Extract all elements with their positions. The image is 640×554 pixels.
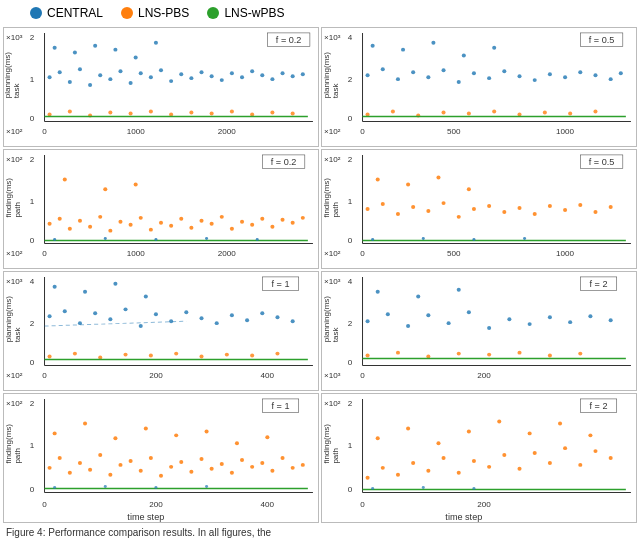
svg-point-79 [502,69,506,73]
svg-text:0: 0 [42,371,47,380]
svg-point-252 [507,317,511,321]
svg-point-250 [467,310,471,314]
svg-point-204 [93,311,97,315]
svg-point-47 [108,111,112,115]
svg-point-231 [275,352,279,356]
svg-point-337 [442,456,446,460]
svg-point-185 [371,238,374,241]
svg-point-260 [457,288,461,292]
ylabel-ml-path: pathfinding(ms) [4,424,22,464]
svg-point-43 [154,41,158,45]
svg-point-180 [376,178,380,182]
svg-text:0: 0 [360,500,365,509]
svg-point-131 [199,219,203,223]
svg-text:4: 4 [348,33,353,42]
svg-point-128 [169,224,173,228]
svg-point-283 [58,456,62,460]
chart-mr-task: ×10³ 4 2 0 ×10³ 0 200 f = 2 [321,271,637,391]
svg-point-48 [129,112,133,116]
ylabel-br-path: pathfinding(ms) [322,178,340,218]
svg-point-319 [154,486,157,489]
svg-point-212 [215,321,219,325]
svg-point-248 [426,313,430,317]
svg-point-336 [426,469,430,473]
svg-point-118 [68,227,72,231]
svg-point-16 [88,83,92,87]
svg-point-53 [230,110,234,114]
svg-point-213 [230,313,234,317]
svg-point-202 [63,309,67,313]
svg-text:0: 0 [42,249,47,258]
svg-point-12 [48,75,52,79]
svg-text:0: 0 [348,237,353,246]
svg-text:0: 0 [30,237,35,246]
legend-item-central: CENTRAL [30,6,103,20]
svg-point-164 [381,202,385,206]
svg-point-181 [406,182,410,186]
svg-point-77 [472,71,476,75]
svg-point-33 [260,73,264,77]
svg-point-287 [98,453,102,457]
svg-point-312 [174,433,178,437]
svg-point-334 [396,473,400,477]
svg-text:0: 0 [348,486,353,495]
svg-point-137 [260,217,264,221]
svg-point-186 [422,237,425,240]
svg-text:0: 0 [360,249,365,258]
svg-text:1: 1 [30,441,35,450]
svg-point-179 [609,205,613,209]
svg-point-343 [533,451,537,455]
svg-text:2: 2 [348,399,353,408]
svg-point-245 [366,319,370,323]
svg-point-15 [78,67,82,71]
svg-point-219 [83,290,87,294]
svg-text:4: 4 [348,277,353,286]
svg-point-135 [240,220,244,224]
svg-text:2000: 2000 [218,249,237,258]
svg-point-174 [533,212,537,216]
svg-point-17 [98,73,102,77]
svg-point-122 [108,229,112,233]
svg-point-293 [159,474,163,478]
svg-point-315 [265,435,269,439]
ylabel-bl-path: pathfinding(ms) [4,178,22,218]
svg-point-133 [220,215,224,219]
svg-point-292 [149,456,153,460]
svg-point-41 [113,48,117,52]
svg-point-217 [291,319,295,323]
legend-item-lns-pbs: LNS-PBS [121,6,189,20]
svg-text:1: 1 [348,197,353,206]
svg-point-303 [260,461,264,465]
lns-wpbs-label: LNS-wPBS [224,6,284,20]
svg-point-96 [442,111,446,115]
svg-point-295 [179,460,183,464]
svg-point-120 [88,225,92,229]
svg-point-127 [159,221,163,225]
chart-br-path: ×10² 2 1 0 ×10² 0 500 1000 f = 0.5 [321,149,637,269]
svg-point-130 [189,226,193,230]
svg-text:1000: 1000 [556,127,575,136]
svg-point-282 [48,466,52,470]
svg-point-166 [411,205,415,209]
svg-point-308 [53,431,57,435]
svg-point-36 [291,74,295,78]
svg-text:×10²: ×10² [324,127,341,136]
svg-text:f = 2: f = 2 [590,279,608,289]
svg-text:2: 2 [348,319,353,328]
svg-point-208 [154,312,158,316]
svg-point-265 [487,353,491,357]
svg-point-211 [199,316,203,320]
svg-point-227 [174,352,178,356]
svg-point-201 [48,314,52,318]
svg-point-309 [83,422,87,426]
central-label: CENTRAL [47,6,103,20]
svg-point-320 [205,485,208,488]
svg-point-80 [517,74,521,78]
svg-point-30 [230,71,234,75]
svg-point-76 [457,80,461,84]
svg-text:2: 2 [30,155,35,164]
svg-text:f = 0.2: f = 0.2 [271,157,297,167]
svg-text:2: 2 [348,75,353,84]
svg-text:200: 200 [149,371,163,380]
svg-point-52 [210,112,214,116]
